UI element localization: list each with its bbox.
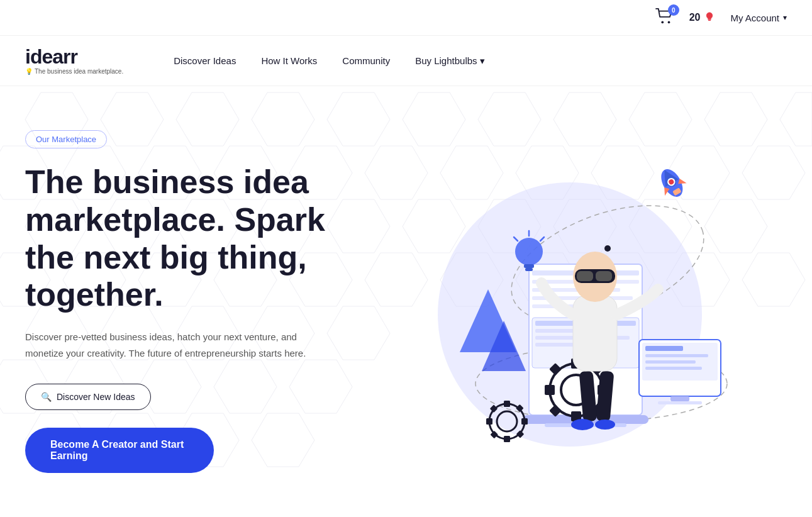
nav-item-buy-lightbulbs: Buy Lightbulbs ▾ bbox=[415, 55, 484, 67]
svg-rect-121 bbox=[596, 271, 612, 281]
svg-point-1 bbox=[667, 21, 670, 23]
nav-link-discover[interactable]: Discover Ideas bbox=[174, 55, 236, 66]
nav-item-discover: Discover Ideas bbox=[174, 55, 236, 67]
cart-count-badge: 0 bbox=[668, 4, 679, 16]
discover-ideas-label: Discover New Ideas bbox=[57, 392, 135, 402]
svg-rect-89 bbox=[645, 367, 702, 370]
svg-rect-87 bbox=[645, 354, 708, 357]
hero-description: Discover pre-vetted business ideas, hatc… bbox=[25, 329, 314, 361]
svg-rect-105 bbox=[504, 436, 510, 442]
logo-tagline-text: The business idea marketplace. bbox=[35, 68, 123, 75]
svg-rect-86 bbox=[645, 346, 683, 351]
btn-outline-wrapper: 🔍 Discover New Ideas bbox=[25, 384, 352, 423]
svg-rect-91 bbox=[658, 401, 702, 404]
hero-content: Our Marketplace The business idea market… bbox=[25, 130, 352, 473]
hero-illustration bbox=[352, 138, 787, 465]
svg-point-0 bbox=[661, 21, 664, 23]
become-creator-label: Become A Creator and Start Earning bbox=[50, 439, 189, 462]
discover-ideas-button[interactable]: 🔍 Discover New Ideas bbox=[25, 384, 151, 410]
svg-rect-117 bbox=[573, 296, 617, 371]
svg-rect-107 bbox=[521, 418, 528, 425]
hero-section: Our Marketplace The business idea market… bbox=[0, 86, 812, 517]
hero-illustration-svg bbox=[406, 138, 733, 465]
svg-rect-3 bbox=[708, 20, 711, 21]
svg-rect-124 bbox=[525, 268, 533, 271]
svg-rect-96 bbox=[545, 385, 555, 395]
lightbulb-icon bbox=[704, 12, 715, 23]
svg-rect-106 bbox=[486, 418, 492, 425]
nav-link-how-it-works[interactable]: How It Works bbox=[261, 55, 317, 66]
nav-item-community: Community bbox=[342, 55, 390, 67]
my-account-button[interactable]: My Account ▾ bbox=[730, 13, 787, 23]
chevron-down-icon: ▾ bbox=[783, 13, 787, 22]
svg-rect-123 bbox=[524, 264, 534, 268]
svg-point-122 bbox=[515, 238, 543, 265]
buy-lightbulbs-chevron-icon: ▾ bbox=[480, 55, 485, 67]
svg-rect-110 bbox=[490, 430, 498, 438]
search-icon: 🔍 bbox=[41, 392, 52, 402]
logo-tagline: 💡 The business idea marketplace. bbox=[25, 68, 123, 75]
nav-item-how-it-works: How It Works bbox=[261, 55, 317, 67]
nav-link-buy-lightbulbs[interactable]: Buy Lightbulbs ▾ bbox=[415, 55, 484, 67]
hero-heading: The business idea marketplace. Spark the… bbox=[25, 164, 352, 314]
svg-point-112 bbox=[604, 245, 611, 252]
lightbulb-count[interactable]: 20 bbox=[689, 12, 716, 23]
svg-rect-90 bbox=[670, 396, 689, 401]
my-account-label: My Account bbox=[730, 13, 779, 23]
svg-point-115 bbox=[571, 419, 594, 430]
svg-rect-104 bbox=[504, 401, 510, 407]
logo-link[interactable]: idearr 💡 The business idea marketplace. bbox=[25, 47, 123, 75]
become-creator-button[interactable]: Become A Creator and Start Earning bbox=[25, 428, 214, 473]
top-bar: 0 20 My Account ▾ bbox=[0, 0, 812, 36]
svg-rect-2 bbox=[708, 19, 711, 19]
svg-point-116 bbox=[595, 420, 615, 430]
hero-badge: Our Marketplace bbox=[25, 130, 107, 148]
logo-bulb-icon: 💡 bbox=[25, 68, 33, 75]
cart-button[interactable]: 0 bbox=[655, 8, 674, 27]
navbar: idearr 💡 The business idea marketplace. … bbox=[0, 36, 812, 86]
svg-rect-88 bbox=[645, 360, 696, 364]
nav-link-community[interactable]: Community bbox=[342, 55, 390, 66]
logo-text: idearr bbox=[25, 47, 123, 67]
nav-links: Discover Ideas How It Works Community Bu… bbox=[174, 55, 484, 67]
lightbulb-number: 20 bbox=[689, 12, 701, 23]
svg-rect-120 bbox=[577, 271, 593, 281]
